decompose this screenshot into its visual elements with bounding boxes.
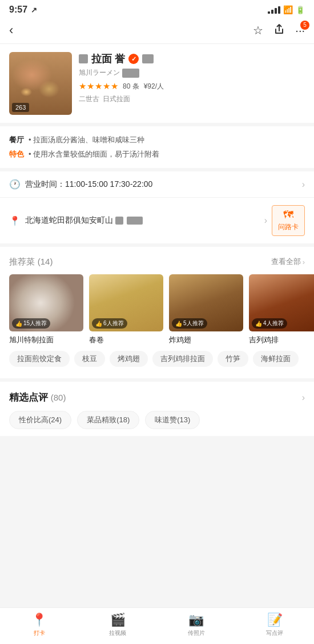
recommended-dishes-section: 推荐菜 (14) 查看全部 › 👍 15人推荐 旭川特制拉面 👍 [0,247,314,382]
reviews-title: 精选点评 (80) [9,391,66,404]
view-all-button[interactable]: 查看全部 › [271,257,305,267]
dish-name-1: 春卷 [89,335,163,345]
dish-item-2[interactable]: 👍 5人推荐 炸鸡翅 [169,274,243,345]
video-label: 拉视频 [109,629,126,637]
nav-bar: ‹ ☆ ··· 5 [0,17,314,44]
dish-name-2: 炸鸡翅 [169,335,243,345]
restaurant-tags: 二世古 日式拉面 [79,94,305,104]
dish-image-0: 👍 15人推荐 [9,274,83,331]
dish-tag-1[interactable]: 枝豆 [74,351,105,367]
dish-tag-3[interactable]: 吉列鸡排拉面 [152,351,213,367]
review-label: 写点评 [266,629,283,637]
more-badge: 5 [300,21,309,30]
tag-area: 二世古 [79,94,99,104]
restaurant-info: 拉面 誉 ✓ 旭川ラーメン ★ ★ ★ ★ ★ 80 条 ¥92/人 二世古 日… [79,52,305,115]
clock-icon: 🕐 [9,179,21,190]
dish-image-2: 👍 5人推荐 [169,274,243,331]
business-hours-row[interactable]: 🕐 营业时间：11:00-15:00 17:30-22:00 › [0,171,314,198]
more-button[interactable]: ··· 5 [295,24,305,37]
reviews-header: 精选点评 (80) › [0,391,314,411]
recommend-badge-0: 👍 15人推荐 [12,318,50,329]
dish-tag-0[interactable]: 拉面煎饺定食 [9,351,70,367]
blurred-suffix [142,54,154,63]
dish-tag-5[interactable]: 海鲜拉面 [253,351,299,367]
photo-icon: 📷 [188,613,204,627]
info-section: 🕐 营业时间：11:00-15:00 17:30-22:00 › 📍 北海道蛇田… [0,171,314,247]
dish-tags-section: 拉面煎饺定食 枝豆 烤鸡翅 吉列鸡排拉面 竹笋 海鲜拉面 [0,345,314,369]
signal-icon [268,6,280,14]
stars: ★ ★ ★ ★ ★ [79,81,118,91]
features-list: 拉面汤底分酱油、味噌和咸味三种 使用水含量较低的细面，易于汤汁附着 [29,133,159,161]
dish-tag-2[interactable]: 烤鸡翅 [110,351,148,367]
back-button[interactable]: ‹ [9,23,13,38]
tag-type: 日式拉面 [103,94,130,104]
restaurant-header: 263 拉面 誉 ✓ 旭川ラーメン ★ ★ ★ ★ ★ 80 条 ¥92/人 二… [0,44,314,126]
location-icon: 📍 [9,215,21,226]
review-tags: 性价比高(24) 菜品精致(18) 味道赞(13) [0,411,314,429]
dish-item-1[interactable]: 👍 6人推荐 春卷 [89,274,163,345]
arrow-icon-addr: › [264,215,267,226]
recommend-badge-3: 👍 4人推荐 [252,318,287,329]
review-tag-0[interactable]: 性价比高(24) [9,411,71,429]
dish-image-3: 👍 4人推荐 [249,274,314,331]
share-button[interactable] [273,23,285,38]
feature-item-2: 使用水含量较低的细面，易于汤汁附着 [29,147,159,162]
dish-item-3[interactable]: 👍 4人推荐 吉列鸡排 [249,274,314,345]
verified-icon: ✓ [128,54,139,64]
rating-count: 80 条 [123,82,139,91]
status-icons: 📶 🔋 [268,5,305,14]
nav-tab-daka[interactable]: 📍 打卡 [0,613,79,637]
map-card-button[interactable]: 🗺 问路卡 [272,205,305,236]
recommended-title: 推荐菜 (14) [9,256,53,267]
dish-name-0: 旭川特制拉面 [9,335,83,345]
daka-label: 打卡 [34,629,45,637]
recommend-badge-1: 👍 6人推荐 [92,318,127,329]
blurred-addr [115,217,123,225]
bookmark-button[interactable]: ☆ [253,23,263,37]
status-time: 9:57 ↗ [9,5,37,15]
arrow-icon: › [302,179,305,190]
restaurant-image-wrap[interactable]: 263 [9,52,72,115]
recommend-badge-2: 👍 5人推荐 [172,318,207,329]
map-icon: 🗺 [283,209,293,221]
feature-item-1: 拉面汤底分酱油、味噌和咸味三种 [29,133,159,147]
nav-tab-review[interactable]: 📝 写点评 [236,613,315,637]
restaurant-name: 拉面 誉 ✓ [79,52,305,66]
review-icon: 📝 [267,613,283,627]
dish-tag-4[interactable]: 竹笋 [218,351,248,367]
dish-item-0[interactable]: 👍 15人推荐 旭川特制拉面 [9,274,83,345]
address-row[interactable]: 📍 北海道蛇田郡俱知安町山 › 🗺 问路卡 [0,198,314,243]
nav-tab-video[interactable]: 🎬 拉视频 [79,613,158,637]
blurred-subtitle [122,69,139,78]
status-bar: 9:57 ↗ 📶 🔋 [0,0,314,17]
bottom-nav: 📍 打卡 🎬 拉视频 📷 传照片 📝 写点评 [0,607,314,644]
rating-row: ★ ★ ★ ★ ★ 80 条 ¥92/人 [79,81,305,91]
nav-right: ☆ ··· 5 [253,23,305,38]
daka-icon: 📍 [31,613,47,627]
blurred-addr2 [127,217,143,225]
review-tag-1[interactable]: 菜品精致(18) [77,411,139,429]
wifi-icon: 📶 [283,5,293,14]
address-text: 北海道蛇田郡俱知安町山 [25,215,264,226]
features-section: 餐厅 特色 拉面汤底分酱油、味噌和咸味三种 使用水含量较低的细面，易于汤汁附着 [0,126,314,171]
price-per: ¥92/人 [144,82,164,91]
video-icon: 🎬 [110,613,126,627]
dish-image-1: 👍 6人推荐 [89,274,163,331]
restaurant-subtitle: 旭川ラーメン [79,68,305,78]
image-count: 263 [12,103,29,112]
battery-icon: 🔋 [296,6,305,14]
reviews-more-button[interactable]: › [302,393,305,403]
review-tag-2[interactable]: 味道赞(13) [145,411,200,429]
reviews-section: 精选点评 (80) › 性价比高(24) 菜品精致(18) 味道赞(13) [0,382,314,439]
photo-label: 传照片 [188,629,205,637]
feature-label: 餐厅 特色 [9,133,24,161]
dishes-scroll: 👍 15人推荐 旭川特制拉面 👍 6人推荐 春卷 👍 5人推荐 [0,274,314,345]
blurred-icon [79,54,88,63]
business-hours-text: 营业时间：11:00-15:00 17:30-22:00 [25,179,302,190]
dish-name-3: 吉列鸡排 [249,335,314,345]
nav-tab-photo[interactable]: 📷 传照片 [157,613,236,637]
section-header: 推荐菜 (14) 查看全部 › [0,256,314,274]
